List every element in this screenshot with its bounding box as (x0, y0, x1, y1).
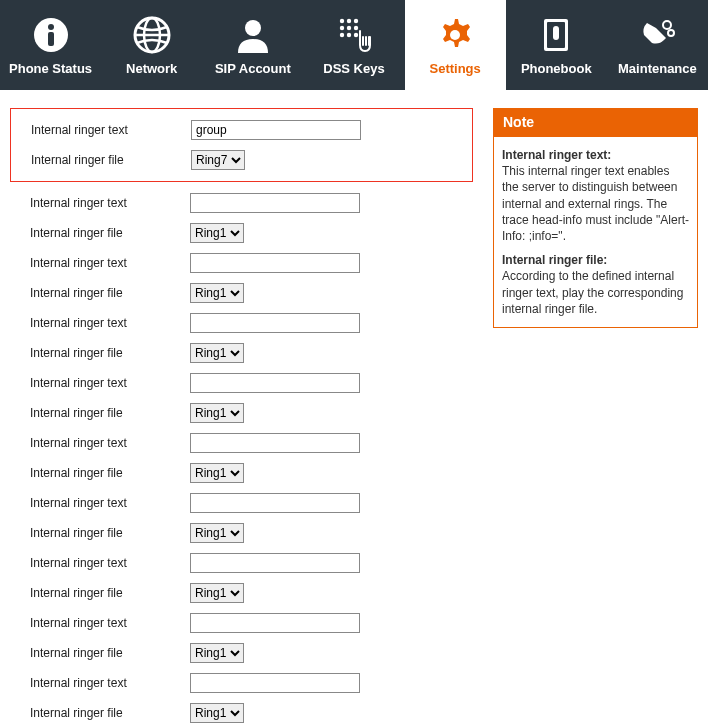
nav-phonebook[interactable]: Phonebook (506, 0, 607, 90)
svg-point-20 (668, 30, 674, 36)
nav-phone-status[interactable]: Phone Status (0, 0, 101, 90)
nav-label: SIP Account (215, 61, 291, 76)
ringer-file-select[interactable]: Ring1 (190, 523, 244, 543)
form-row: Internal ringer fileRing1 (20, 338, 463, 368)
nav-label: DSS Keys (323, 61, 384, 76)
ringer-file-select[interactable]: Ring1 (190, 343, 244, 363)
ringer-file-label: Internal ringer file (20, 286, 190, 300)
ringer-text-input[interactable] (190, 193, 360, 213)
form-row: Internal ringer fileRing1 (20, 458, 463, 488)
nav-label: Maintenance (618, 61, 697, 76)
ringer-text-label: Internal ringer text (20, 256, 190, 270)
svg-rect-2 (48, 32, 54, 46)
gear-icon (435, 15, 475, 55)
svg-point-15 (354, 32, 358, 36)
content-area: Internal ringer text Internal ringer fil… (0, 90, 708, 728)
ringer-file-select[interactable]: Ring1 (190, 463, 244, 483)
ringer-file-select[interactable]: Ring1 (190, 703, 244, 723)
ringer-text-input[interactable] (190, 433, 360, 453)
svg-point-1 (48, 24, 54, 30)
note-box: Internal ringer text: This internal ring… (493, 136, 698, 328)
highlighted-group: Internal ringer text Internal ringer fil… (10, 108, 473, 182)
ringer-file-label: Internal ringer file (20, 226, 190, 240)
form-row: Internal ringer text (20, 548, 463, 578)
svg-point-13 (340, 32, 344, 36)
form-row: Internal ringer file Ring7 (21, 145, 462, 175)
svg-point-19 (663, 21, 671, 29)
nav-sip-account[interactable]: SIP Account (202, 0, 303, 90)
ringer-file-select[interactable]: Ring1 (190, 283, 244, 303)
form-row: Internal ringer fileRing1 (20, 218, 463, 248)
top-nav: Phone Status Network SIP Account DSS Key… (0, 0, 708, 90)
ringer-file-select[interactable]: Ring1 (190, 643, 244, 663)
nav-maintenance[interactable]: Maintenance (607, 0, 708, 90)
keypad-icon (334, 15, 374, 55)
nav-settings[interactable]: Settings (405, 0, 506, 90)
ringer-file-label: Internal ringer file (20, 646, 190, 660)
ringer-file-select[interactable]: Ring1 (190, 583, 244, 603)
ringer-text-input[interactable] (190, 553, 360, 573)
ringer-file-label: Internal ringer file (20, 346, 190, 360)
ringer-file-label: Internal ringer file (20, 466, 190, 480)
ringer-text-label: Internal ringer text (21, 123, 191, 137)
ringer-file-select[interactable]: Ring7 (191, 150, 245, 170)
note-panel: Note Internal ringer text: This internal… (493, 108, 698, 728)
ringer-file-label: Internal ringer file (20, 406, 190, 420)
form-row: Internal ringer text (20, 188, 463, 218)
note-heading: Internal ringer text: (502, 147, 689, 163)
form-row: Internal ringer text (20, 368, 463, 398)
ringer-text-input[interactable] (191, 120, 361, 140)
nav-dss-keys[interactable]: DSS Keys (303, 0, 404, 90)
svg-point-8 (347, 18, 351, 22)
note-header: Note (493, 108, 698, 136)
form-row: Internal ringer fileRing1 (20, 398, 463, 428)
ringer-file-label: Internal ringer file (20, 706, 190, 720)
nav-label: Settings (429, 61, 480, 76)
ringer-text-label: Internal ringer text (20, 616, 190, 630)
nav-label: Network (126, 61, 177, 76)
plain-rows: Internal ringer textInternal ringer file… (10, 188, 473, 728)
ringer-text-input[interactable] (190, 493, 360, 513)
form-row: Internal ringer fileRing1 (20, 638, 463, 668)
phonebook-icon (536, 15, 576, 55)
nav-network[interactable]: Network (101, 0, 202, 90)
svg-point-6 (245, 20, 261, 36)
form-area: Internal ringer text Internal ringer fil… (10, 108, 473, 728)
maintenance-icon (637, 15, 677, 55)
form-row: Internal ringer fileRing1 (20, 518, 463, 548)
ringer-text-label: Internal ringer text (20, 556, 190, 570)
ringer-text-input[interactable] (190, 613, 360, 633)
ringer-file-select[interactable]: Ring1 (190, 403, 244, 423)
svg-point-14 (347, 32, 351, 36)
ringer-text-input[interactable] (190, 373, 360, 393)
form-row: Internal ringer text (20, 488, 463, 518)
ringer-file-label: Internal ringer file (21, 153, 191, 167)
form-row: Internal ringer text (20, 668, 463, 698)
note-text: This internal ringer text enables the se… (502, 164, 689, 243)
note-text: According to the defined internal ringer… (502, 269, 683, 315)
info-icon (31, 15, 71, 55)
ringer-text-label: Internal ringer text (20, 436, 190, 450)
form-row: Internal ringer text (20, 608, 463, 638)
form-row: Internal ringer text (20, 428, 463, 458)
ringer-text-label: Internal ringer text (20, 496, 190, 510)
ringer-file-select[interactable]: Ring1 (190, 223, 244, 243)
ringer-text-label: Internal ringer text (20, 316, 190, 330)
user-icon (233, 15, 273, 55)
svg-point-12 (354, 25, 358, 29)
globe-icon (132, 15, 172, 55)
form-row: Internal ringer text (21, 115, 462, 145)
ringer-text-input[interactable] (190, 253, 360, 273)
form-row: Internal ringer fileRing1 (20, 578, 463, 608)
note-heading: Internal ringer file: (502, 252, 689, 268)
svg-point-10 (340, 25, 344, 29)
svg-point-16 (450, 30, 460, 40)
ringer-file-label: Internal ringer file (20, 586, 190, 600)
ringer-text-input[interactable] (190, 313, 360, 333)
svg-point-11 (347, 25, 351, 29)
form-row: Internal ringer text (20, 308, 463, 338)
ringer-text-label: Internal ringer text (20, 196, 190, 210)
ringer-text-input[interactable] (190, 673, 360, 693)
ringer-text-label: Internal ringer text (20, 376, 190, 390)
form-row: Internal ringer fileRing1 (20, 278, 463, 308)
